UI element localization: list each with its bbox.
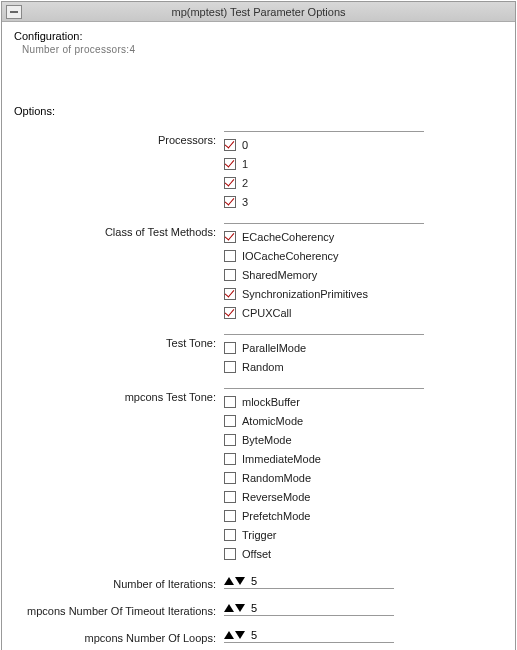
spinner-loops[interactable]: 5 <box>224 629 394 643</box>
checkbox-randommode[interactable]: RandomMode <box>224 468 424 487</box>
checkbox-label: ByteMode <box>242 434 292 446</box>
checkbox-reverse[interactable]: ReverseMode <box>224 487 424 506</box>
label-test-tone: Test Tone: <box>14 334 224 349</box>
configuration-label: Configuration: <box>14 30 503 42</box>
row-iterations: Number of Iterations: 5 <box>14 575 503 590</box>
checkbox-label: PrefetchMode <box>242 510 310 522</box>
checkmark-icon <box>224 177 236 189</box>
checkbox-label: Offset <box>242 548 271 560</box>
arrow-up-icon[interactable] <box>224 631 234 639</box>
checkbox-immediate[interactable]: ImmediateMode <box>224 449 424 468</box>
spinner-iterations[interactable]: 5 <box>224 575 394 589</box>
checkmark-icon <box>224 307 236 319</box>
row-timeout-iterations: mpcons Number Of Timeout Iterations: 5 <box>14 602 503 617</box>
arrow-up-icon[interactable] <box>224 604 234 612</box>
window: mp(mptest) Test Parameter Options Config… <box>1 1 516 650</box>
checkbox-label: 0 <box>242 139 248 151</box>
checkbox-box <box>224 434 236 446</box>
checkbox-label: 2 <box>242 177 248 189</box>
checkbox-byte[interactable]: ByteMode <box>224 430 424 449</box>
checkmark-icon <box>224 231 236 243</box>
checkmark-icon <box>224 139 236 151</box>
checkbox-box <box>224 396 236 408</box>
label-class-methods: Class of Test Methods: <box>14 223 224 238</box>
label-iterations: Number of Iterations: <box>14 575 224 590</box>
system-menu-icon[interactable] <box>6 5 22 19</box>
controls-test-tone: ParallelMode Random <box>224 334 424 376</box>
checkbox-label: 3 <box>242 196 248 208</box>
checkbox-label: ECacheCoherency <box>242 231 334 243</box>
configuration-block: Configuration: Number of processors:4 <box>14 30 503 55</box>
checkbox-label: ParallelMode <box>242 342 306 354</box>
checkbox-offset[interactable]: Offset <box>224 544 424 563</box>
checkbox-sharedmem[interactable]: SharedMemory <box>224 265 424 284</box>
spinner-value: 5 <box>249 629 257 641</box>
checkbox-ecache[interactable]: ECacheCoherency <box>224 227 424 246</box>
checkbox-label: Trigger <box>242 529 276 541</box>
checkbox-proc-3[interactable]: 3 <box>224 192 424 211</box>
checkbox-box <box>224 472 236 484</box>
checkbox-proc-2[interactable]: 2 <box>224 173 424 192</box>
arrow-down-icon[interactable] <box>235 577 245 585</box>
controls-class-methods: ECacheCoherency IOCacheCoherency SharedM… <box>224 223 424 322</box>
checkmark-icon <box>224 158 236 170</box>
spinner-timeout[interactable]: 5 <box>224 602 394 616</box>
row-mpcons-tone: mpcons Test Tone: mlockBuffer AtomicMode… <box>14 388 503 563</box>
row-processors: Processors: 0 1 2 3 <box>14 131 503 211</box>
controls-mpcons-tone: mlockBuffer AtomicMode ByteMode Immediat… <box>224 388 424 563</box>
checkbox-prefetch[interactable]: PrefetchMode <box>224 506 424 525</box>
checkmark-icon <box>224 196 236 208</box>
checkbox-proc-0[interactable]: 0 <box>224 135 424 154</box>
checkbox-label: SynchronizationPrimitives <box>242 288 368 300</box>
checkbox-label: AtomicMode <box>242 415 303 427</box>
checkbox-box <box>224 510 236 522</box>
spinner-value: 5 <box>249 602 257 614</box>
row-class-methods: Class of Test Methods: ECacheCoherency I… <box>14 223 503 322</box>
checkbox-proc-1[interactable]: 1 <box>224 154 424 173</box>
checkbox-label: Random <box>242 361 284 373</box>
checkbox-syncprim[interactable]: SynchronizationPrimitives <box>224 284 424 303</box>
label-mpcons-tone: mpcons Test Tone: <box>14 388 224 403</box>
checkbox-label: mlockBuffer <box>242 396 300 408</box>
row-test-tone: Test Tone: ParallelMode Random <box>14 334 503 376</box>
checkbox-label: SharedMemory <box>242 269 317 281</box>
titlebar: mp(mptest) Test Parameter Options <box>2 2 515 22</box>
checkbox-box <box>224 548 236 560</box>
checkbox-label: IOCacheCoherency <box>242 250 339 262</box>
checkbox-iocache[interactable]: IOCacheCoherency <box>224 246 424 265</box>
checkbox-atomic[interactable]: AtomicMode <box>224 411 424 430</box>
controls-processors: 0 1 2 3 <box>224 131 424 211</box>
configuration-value: Number of processors:4 <box>22 44 503 55</box>
window-title: mp(mptest) Test Parameter Options <box>26 6 491 18</box>
checkbox-box <box>224 361 236 373</box>
checkbox-box <box>224 529 236 541</box>
options-heading: Options: <box>14 105 503 117</box>
checkbox-box <box>224 342 236 354</box>
checkbox-label: RandomMode <box>242 472 311 484</box>
label-loops: mpcons Number Of Loops: <box>14 629 224 644</box>
checkbox-box <box>224 491 236 503</box>
checkbox-box <box>224 250 236 262</box>
checkbox-parallel[interactable]: ParallelMode <box>224 338 424 357</box>
checkbox-trigger[interactable]: Trigger <box>224 525 424 544</box>
checkbox-label: 1 <box>242 158 248 170</box>
content-area: Configuration: Number of processors:4 Op… <box>2 22 515 650</box>
checkbox-label: ReverseMode <box>242 491 310 503</box>
label-processors: Processors: <box>14 131 224 146</box>
checkbox-box <box>224 415 236 427</box>
checkbox-cpuxcall[interactable]: CPUXCall <box>224 303 424 322</box>
checkbox-random[interactable]: Random <box>224 357 424 376</box>
checkbox-label: ImmediateMode <box>242 453 321 465</box>
checkbox-box <box>224 453 236 465</box>
checkbox-label: CPUXCall <box>242 307 292 319</box>
checkmark-icon <box>224 288 236 300</box>
spinner-value: 5 <box>249 575 257 587</box>
checkbox-box <box>224 269 236 281</box>
label-timeout-iterations: mpcons Number Of Timeout Iterations: <box>14 602 224 617</box>
arrow-up-icon[interactable] <box>224 577 234 585</box>
row-loops: mpcons Number Of Loops: 5 <box>14 629 503 644</box>
arrow-down-icon[interactable] <box>235 604 245 612</box>
checkbox-mlock[interactable]: mlockBuffer <box>224 392 424 411</box>
arrow-down-icon[interactable] <box>235 631 245 639</box>
